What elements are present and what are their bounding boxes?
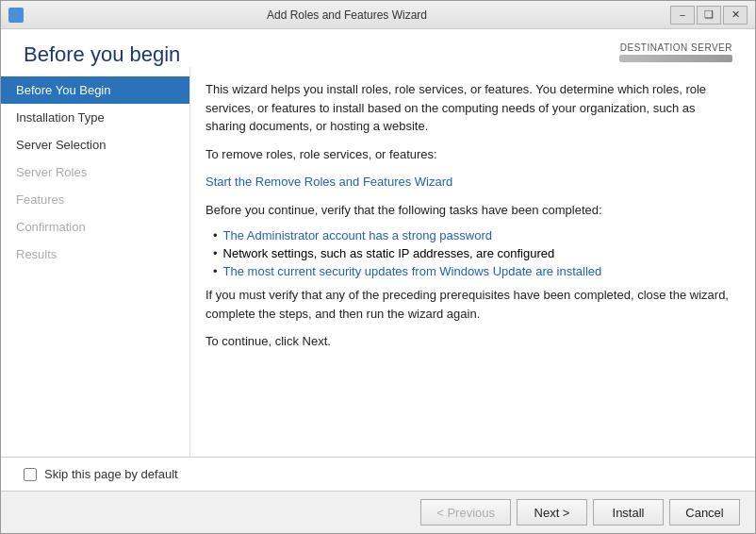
window-title: Add Roles and Features Wizard <box>24 8 670 22</box>
bullet-dot-2: • <box>213 246 218 260</box>
bullet-text-1: The Administrator account has a strong p… <box>223 228 492 242</box>
sidebar-item-confirmation: Confirmation <box>1 213 189 241</box>
title-bar: Add Roles and Features Wizard − ❑ ✕ <box>1 1 755 29</box>
sidebar-item-installation-type[interactable]: Installation Type <box>1 104 189 131</box>
minimize-button[interactable]: − <box>670 6 695 25</box>
destination-bar <box>619 55 732 62</box>
remove-label: To remove roles, role services, or featu… <box>205 145 732 164</box>
bullet-text-2: Network settings, such as static IP addr… <box>223 246 555 260</box>
bullet-item-3: • The most current security updates from… <box>213 264 732 278</box>
next-button[interactable]: Next > <box>517 499 587 526</box>
destination-label: DESTINATION SERVER <box>619 42 732 53</box>
button-bar: < Previous Next > Install Cancel <box>1 491 755 533</box>
skip-checkbox-label[interactable]: Skip this page by default <box>44 467 178 481</box>
remove-roles-link[interactable]: Start the Remove Roles and Features Wiza… <box>205 175 452 189</box>
previous-button[interactable]: < Previous <box>420 499 511 526</box>
bullet-dot-1: • <box>213 228 218 242</box>
restore-button[interactable]: ❑ <box>697 6 721 25</box>
sidebar-item-features: Features <box>1 186 189 213</box>
close-button[interactable]: ✕ <box>723 6 748 25</box>
cancel-button[interactable]: Cancel <box>669 499 740 526</box>
bullet-list: • The Administrator account has a strong… <box>213 228 732 278</box>
bullet-text-3: The most current security updates from W… <box>223 264 602 278</box>
page-title: Before you begin <box>24 42 180 67</box>
sidebar: Before You Begin Installation Type Serve… <box>1 67 189 457</box>
sidebar-item-server-roles: Server Roles <box>1 159 189 186</box>
sidebar-item-before-you-begin[interactable]: Before You Begin <box>1 76 189 104</box>
bullet-item-1: • The Administrator account has a strong… <box>213 228 732 242</box>
sidebar-item-results: Results <box>1 241 189 268</box>
app-icon <box>8 8 24 23</box>
warning-text: If you must verify that any of the prece… <box>205 286 732 323</box>
install-button[interactable]: Install <box>593 499 664 526</box>
footer-area: Skip this page by default < Previous Nex… <box>1 457 755 533</box>
window-controls: − ❑ ✕ <box>670 6 748 25</box>
page-header: Before you begin DESTINATION SERVER <box>1 29 755 67</box>
verify-label: Before you continue, verify that the fol… <box>205 201 732 220</box>
main-panel: This wizard helps you install roles, rol… <box>189 67 755 457</box>
skip-checkbox[interactable] <box>24 468 37 481</box>
intro-text: This wizard helps you install roles, rol… <box>205 80 732 136</box>
bullet-item-2: • Network settings, such as static IP ad… <box>213 246 732 260</box>
checkbox-row: Skip this page by default <box>1 458 755 491</box>
destination-server-info: DESTINATION SERVER <box>619 42 732 62</box>
continue-text: To continue, click Next. <box>205 332 732 351</box>
bullet-dot-3: • <box>213 264 218 278</box>
wizard-window: Add Roles and Features Wizard − ❑ ✕ Befo… <box>0 0 756 534</box>
sidebar-item-server-selection[interactable]: Server Selection <box>1 131 189 159</box>
body-section: Before You Begin Installation Type Serve… <box>1 67 755 457</box>
